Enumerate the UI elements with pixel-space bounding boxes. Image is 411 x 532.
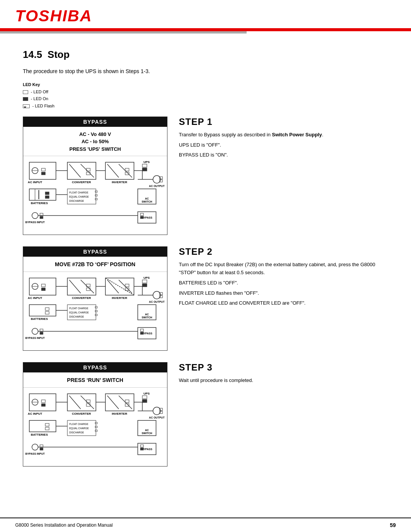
- svg-rect-132: [29, 420, 56, 432]
- steps-container: BYPASS AC - Vo 480 V AC - Io 50% PRESS '…: [23, 117, 388, 467]
- svg-rect-77: [142, 284, 147, 287]
- svg-rect-98: [40, 329, 43, 331]
- svg-rect-21: [29, 189, 56, 200]
- step-3-description: STEP 3 Wait until procedure is completed…: [179, 362, 388, 387]
- toshiba-logo: TOSHIBA: [15, 7, 92, 25]
- svg-text:AC INPUT: AC INPUT: [28, 412, 42, 415]
- step-2-text-1: Turn off the DC Input Breaker (72B) on t…: [179, 261, 388, 277]
- svg-point-150: [32, 444, 38, 450]
- footer-page-number: 59: [390, 522, 396, 528]
- svg-rect-134: [45, 423, 49, 426]
- svg-text:EQUAL CHARGE: EQUAL CHARGE: [69, 427, 89, 430]
- step-2-row: BYPASS MOVE #72B TO ‘OFF’ POSITION AC IN…: [23, 246, 388, 351]
- svg-rect-20: [142, 168, 147, 171]
- svg-text:AC OUTPUT: AC OUTPUT: [149, 185, 165, 187]
- led-on-icon: [23, 97, 28, 101]
- page-header: TOSHIBA: [0, 0, 411, 34]
- step-1-row: BYPASS AC - Vo 480 V AC - Io 50% PRESS '…: [23, 117, 388, 235]
- step-3-bypass-header: BYPASS: [23, 363, 167, 372]
- svg-rect-44: [40, 216, 43, 219]
- svg-rect-135: [45, 427, 49, 430]
- svg-rect-102: [140, 329, 143, 331]
- svg-text:INVERTER: INVERTER: [112, 181, 127, 184]
- svg-rect-88: [95, 314, 97, 316]
- svg-text:FLOAT CHARGE: FLOAT CHARGE: [69, 307, 89, 310]
- svg-text:CONVERTER: CONVERTER: [72, 181, 91, 184]
- svg-line-7: [69, 164, 81, 177]
- footer-manual-title: G8000 Series Installation and Operation …: [15, 522, 113, 528]
- svg-rect-130: [142, 396, 147, 399]
- svg-line-124: [107, 396, 119, 409]
- svg-text:INVERTER: INVERTER: [112, 296, 127, 300]
- step-2-bypass-header: BYPASS: [23, 247, 167, 257]
- section-title: 14.5 Stop: [23, 49, 388, 61]
- step-1-diagram: BYPASS AC - Vo 480 V AC - Io 50% PRESS '…: [23, 117, 167, 235]
- svg-line-63: [69, 280, 81, 293]
- svg-rect-116: [41, 404, 45, 406]
- svg-text:BYPASS INPUT: BYPASS INPUT: [25, 452, 45, 455]
- svg-text:INVERTER: INVERTER: [112, 412, 127, 415]
- led-flash-item: ✷ - LED Flash: [23, 102, 388, 110]
- svg-text:EQUAL CHARGE: EQUAL CHARGE: [69, 311, 89, 314]
- step-2-svg: AC INPUT CONVERTER: [23, 272, 167, 350]
- intro-text: The procedure to stop the UPS is shown i…: [23, 68, 388, 74]
- svg-text:AC OUTPUT: AC OUTPUT: [149, 416, 165, 419]
- svg-rect-142: [95, 430, 97, 431]
- svg-rect-103: [140, 332, 143, 334]
- svg-rect-31: [95, 191, 97, 192]
- svg-text:AC INPUT: AC INPUT: [28, 181, 42, 184]
- gray-bar: [0, 31, 247, 34]
- step-2-instruction: MOVE #72B TO ‘OFF’ POSITION: [23, 257, 167, 272]
- svg-rect-115: [41, 400, 45, 403]
- step-1-svg: AC INPUT CONVERTER: [23, 156, 167, 235]
- svg-text:CONVERTER: CONVERTER: [72, 412, 91, 415]
- svg-text:AC: AC: [145, 313, 149, 316]
- svg-rect-76: [142, 280, 147, 283]
- page-footer: G8000 Series Installation and Operation …: [0, 518, 411, 532]
- svg-rect-26: [45, 196, 49, 198]
- svg-point-41: [32, 212, 38, 219]
- svg-rect-60: [41, 284, 45, 287]
- svg-text:UPS: UPS: [143, 160, 150, 164]
- svg-text:BYPASS INPUT: BYPASS INPUT: [25, 221, 45, 224]
- svg-line-118: [69, 396, 81, 409]
- svg-rect-81: [45, 312, 49, 314]
- svg-rect-140: [95, 422, 97, 424]
- step-2-description: STEP 2 Turn off the DC Input Breaker (72…: [179, 246, 388, 310]
- step-3-heading: STEP 3: [179, 362, 388, 373]
- svg-rect-5: [41, 172, 45, 175]
- logo-bar: TOSHIBA: [0, 0, 411, 28]
- step-1-description: STEP 1 Transfer to Bypass supply as desc…: [179, 117, 388, 161]
- svg-rect-78: [29, 305, 56, 316]
- svg-text:AC: AC: [145, 429, 149, 431]
- svg-text:UPS: UPS: [143, 392, 150, 395]
- svg-text:SWITCH: SWITCH: [142, 316, 152, 319]
- svg-text:BYPASS INPUT: BYPASS INPUT: [25, 337, 45, 339]
- svg-rect-152: [40, 445, 43, 447]
- svg-rect-156: [140, 445, 143, 447]
- svg-rect-73: [125, 284, 129, 287]
- svg-rect-127: [125, 400, 129, 403]
- svg-text:BATTERIES: BATTERIES: [31, 201, 48, 205]
- svg-text:SWITCH: SWITCH: [142, 200, 152, 203]
- svg-text:BATTERIES: BATTERIES: [31, 317, 48, 321]
- led-on-item: - LED On: [23, 95, 388, 102]
- svg-rect-25: [45, 192, 49, 195]
- svg-text:DISCHARGE: DISCHARGE: [69, 315, 84, 318]
- svg-rect-19: [142, 164, 147, 167]
- step-2-text-4: FLOAT CHARGE LED and CONVERTER LED are "…: [179, 299, 388, 307]
- svg-text:DISCHARGE: DISCHARGE: [69, 200, 84, 202]
- svg-line-13: [107, 164, 119, 177]
- step-2-heading: STEP 2: [179, 246, 388, 257]
- svg-text:AC: AC: [145, 197, 149, 200]
- led-key-title: LED Key: [23, 81, 388, 88]
- svg-rect-48: [140, 216, 143, 219]
- svg-rect-99: [40, 332, 43, 334]
- svg-rect-87: [95, 310, 97, 312]
- step-3-svg: AC INPUT CONVERTER: [23, 388, 167, 466]
- main-content: 14.5 Stop The procedure to stop the UPS …: [0, 34, 411, 482]
- svg-text:EQUAL CHARGE: EQUAL CHARGE: [69, 195, 89, 198]
- svg-rect-157: [140, 448, 143, 450]
- svg-rect-16: [125, 168, 129, 171]
- svg-rect-47: [140, 213, 143, 216]
